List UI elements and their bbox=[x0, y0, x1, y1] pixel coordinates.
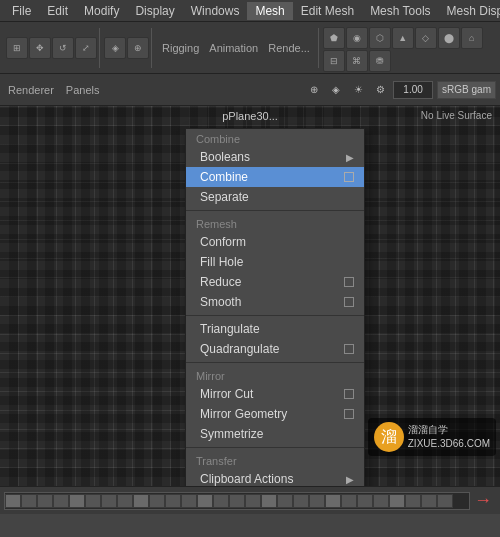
timeline-cells bbox=[5, 493, 453, 509]
menu-mirror-geometry[interactable]: Mirror Geometry bbox=[186, 404, 364, 424]
menu-mesh[interactable]: Mesh bbox=[247, 2, 292, 20]
timeline-cell[interactable] bbox=[309, 494, 325, 508]
section-mirror: Mirror bbox=[186, 366, 364, 384]
tb2-btn-1[interactable]: ⊕ bbox=[305, 81, 323, 99]
shape-btn-1[interactable]: ⬟ bbox=[323, 27, 345, 49]
viewport-main: pPlane30... No Live Surface Combine Bool… bbox=[0, 106, 500, 486]
timeline-cell[interactable] bbox=[437, 494, 453, 508]
colorspace-button[interactable]: sRGB gam bbox=[437, 81, 496, 99]
timeline-track[interactable] bbox=[4, 492, 470, 510]
toolbar-btn-rotate[interactable]: ↺ bbox=[52, 37, 74, 59]
toolbar-label-animation: Animation bbox=[205, 42, 262, 54]
timeline-cell[interactable] bbox=[373, 494, 389, 508]
menu-bar: File Edit Modify Display Windows Mesh Ed… bbox=[0, 0, 500, 22]
timeline-cell[interactable] bbox=[357, 494, 373, 508]
shape-btn-6[interactable]: ⬤ bbox=[438, 27, 460, 49]
menu-windows[interactable]: Windows bbox=[183, 2, 248, 20]
toolbar-btn-scale[interactable]: ⤢ bbox=[75, 37, 97, 59]
shape-btn-8[interactable]: ⊟ bbox=[323, 50, 345, 72]
timeline-cell[interactable] bbox=[53, 494, 69, 508]
toolbar-section-1: ⊞ ✥ ↺ ⤢ bbox=[4, 28, 100, 68]
timeline-cell[interactable] bbox=[421, 494, 437, 508]
timeline-cell[interactable] bbox=[405, 494, 421, 508]
timeline-cell[interactable] bbox=[85, 494, 101, 508]
watermark-icon: 溜 bbox=[374, 422, 404, 452]
watermark-text: 溜溜自学 ZIXUE.3D66.COM bbox=[408, 423, 490, 451]
menu-fill-hole[interactable]: Fill Hole bbox=[186, 252, 364, 272]
shape-btn-5[interactable]: ◇ bbox=[415, 27, 437, 49]
toolbar-btn-history[interactable]: ⊕ bbox=[127, 37, 149, 59]
menu-symmetrize[interactable]: Symmetrize bbox=[186, 424, 364, 444]
timeline-cell[interactable] bbox=[277, 494, 293, 508]
timeline-cell[interactable] bbox=[5, 494, 21, 508]
sep-4 bbox=[186, 447, 364, 448]
menu-quadrangulate[interactable]: Quadrangulate bbox=[186, 339, 364, 359]
section-transfer: Transfer bbox=[186, 451, 364, 469]
num-field-value[interactable] bbox=[393, 81, 433, 99]
menu-display[interactable]: Display bbox=[127, 2, 182, 20]
shape-btn-3[interactable]: ⬡ bbox=[369, 27, 391, 49]
timeline-cell[interactable] bbox=[165, 494, 181, 508]
renderer-label: Renderer bbox=[4, 84, 58, 96]
menu-mirror-cut[interactable]: Mirror Cut bbox=[186, 384, 364, 404]
menu-edit[interactable]: Edit bbox=[39, 2, 76, 20]
tb2-btn-3[interactable]: ☀ bbox=[349, 81, 367, 99]
menu-mesh-display[interactable]: Mesh Display bbox=[439, 2, 500, 20]
timeline-cell[interactable] bbox=[197, 494, 213, 508]
toolbar-btn-snap[interactable]: ◈ bbox=[104, 37, 126, 59]
timeline-cell[interactable] bbox=[245, 494, 261, 508]
timeline-cell[interactable] bbox=[21, 494, 37, 508]
timeline-cell[interactable] bbox=[341, 494, 357, 508]
viewport-surface-label: No Live Surface bbox=[421, 110, 492, 121]
mesh-dropdown-menu: Combine Booleans ▶ Combine Separate Reme… bbox=[185, 128, 365, 486]
timeline-arrow: → bbox=[470, 490, 496, 511]
toolbar-section-2: ◈ ⊕ bbox=[102, 28, 152, 68]
menu-triangulate[interactable]: Triangulate bbox=[186, 319, 364, 339]
timeline-cell[interactable] bbox=[133, 494, 149, 508]
menu-file[interactable]: File bbox=[4, 2, 39, 20]
menu-modify[interactable]: Modify bbox=[76, 2, 127, 20]
timeline-cell[interactable] bbox=[229, 494, 245, 508]
timeline-cell[interactable] bbox=[181, 494, 197, 508]
menu-conform[interactable]: Conform bbox=[186, 232, 364, 252]
menu-booleans[interactable]: Booleans ▶ bbox=[186, 147, 364, 167]
sep-1 bbox=[186, 210, 364, 211]
shape-btn-9[interactable]: ⌘ bbox=[346, 50, 368, 72]
timeline: → bbox=[0, 486, 500, 514]
timeline-cell[interactable] bbox=[69, 494, 85, 508]
shape-btn-7[interactable]: ⌂ bbox=[461, 27, 483, 49]
timeline-cell[interactable] bbox=[325, 494, 341, 508]
timeline-cell[interactable] bbox=[213, 494, 229, 508]
sep-3 bbox=[186, 362, 364, 363]
section-combine: Combine bbox=[186, 129, 364, 147]
sep-2 bbox=[186, 315, 364, 316]
arrow-icon: ▶ bbox=[346, 152, 354, 163]
timeline-cell[interactable] bbox=[389, 494, 405, 508]
menu-edit-mesh[interactable]: Edit Mesh bbox=[293, 2, 362, 20]
watermark: 溜 溜溜自学 ZIXUE.3D66.COM bbox=[368, 418, 496, 456]
timeline-cell[interactable] bbox=[37, 494, 53, 508]
timeline-cell[interactable] bbox=[101, 494, 117, 508]
toolbar-btn-select[interactable]: ⊞ bbox=[6, 37, 28, 59]
timeline-cell[interactable] bbox=[117, 494, 133, 508]
toolbar-btn-move[interactable]: ✥ bbox=[29, 37, 51, 59]
shape-btn-10[interactable]: ⛃ bbox=[369, 50, 391, 72]
tb2-btn-4[interactable]: ⚙ bbox=[371, 81, 389, 99]
menu-combine[interactable]: Combine bbox=[186, 167, 364, 187]
timeline-cell[interactable] bbox=[293, 494, 309, 508]
clipboard-arrow-icon: ▶ bbox=[346, 474, 354, 485]
panels-label: Panels bbox=[62, 84, 104, 96]
shape-btn-4[interactable]: ▲ bbox=[392, 27, 414, 49]
toolbar-label-rigging: Rigging bbox=[158, 42, 203, 54]
toolbar-secondary: Renderer Panels ⊕ ◈ ☀ ⚙ sRGB gam bbox=[0, 74, 500, 106]
timeline-cell[interactable] bbox=[261, 494, 277, 508]
menu-reduce[interactable]: Reduce bbox=[186, 272, 364, 292]
timeline-cell[interactable] bbox=[149, 494, 165, 508]
section-remesh: Remesh bbox=[186, 214, 364, 232]
menu-smooth[interactable]: Smooth bbox=[186, 292, 364, 312]
tb2-btn-2[interactable]: ◈ bbox=[327, 81, 345, 99]
menu-clipboard-actions[interactable]: Clipboard Actions ▶ bbox=[186, 469, 364, 486]
menu-mesh-tools[interactable]: Mesh Tools bbox=[362, 2, 438, 20]
shape-btn-2[interactable]: ◉ bbox=[346, 27, 368, 49]
menu-separate[interactable]: Separate bbox=[186, 187, 364, 207]
